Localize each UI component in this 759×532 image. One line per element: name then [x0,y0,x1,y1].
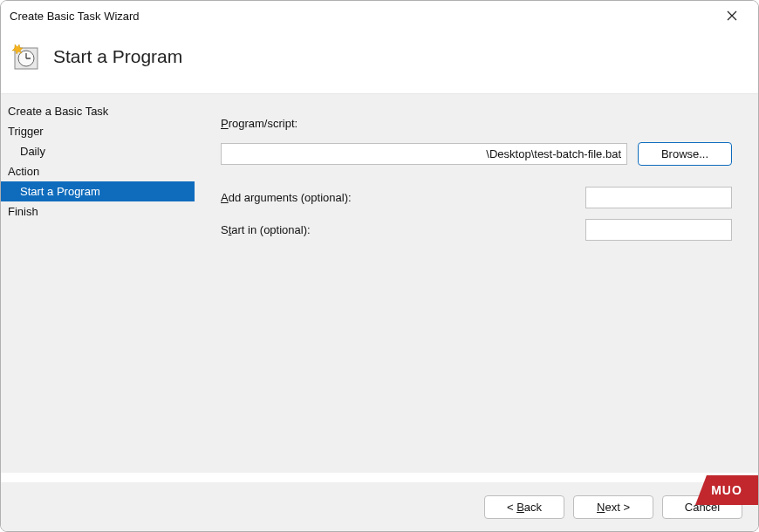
program-script-input[interactable] [221,143,627,165]
browse-button[interactable]: Browse... [638,142,732,166]
clock-new-icon [11,43,39,71]
titlebar: Create Basic Task Wizard [1,1,758,31]
add-arguments-input[interactable] [585,187,732,208]
close-icon [727,10,737,21]
close-button[interactable] [715,1,749,31]
window-title: Create Basic Task Wizard [10,10,140,23]
next-button[interactable]: Next > [573,495,653,519]
wizard-header: Start a Program [1,31,758,94]
page-title: Start a Program [53,46,182,67]
step-start-a-program[interactable]: Start a Program [1,181,195,201]
start-in-input[interactable] [585,219,732,241]
step-create-basic-task[interactable]: Create a Basic Task [1,101,195,121]
main-panel: Program/script: Browse... Add arguments … [195,94,758,473]
step-action[interactable]: Action [1,161,195,181]
step-daily[interactable]: Daily [1,141,195,161]
svg-marker-4 [12,44,23,54]
add-arguments-label: Add arguments (optional): [221,191,352,204]
step-trigger[interactable]: Trigger [1,121,195,141]
start-in-label: Start in (optional): [221,223,311,236]
step-finish[interactable]: Finish [1,201,195,222]
wizard-steps-sidebar: Create a Basic Task Trigger Daily Action… [1,94,195,473]
content-area: Create a Basic Task Trigger Daily Action… [1,94,758,473]
wizard-footer: < Back Next > Cancel [1,482,758,531]
program-script-label: Program/script: [221,117,297,130]
back-button[interactable]: < Back [484,495,564,519]
muo-watermark: MUO [695,475,758,505]
